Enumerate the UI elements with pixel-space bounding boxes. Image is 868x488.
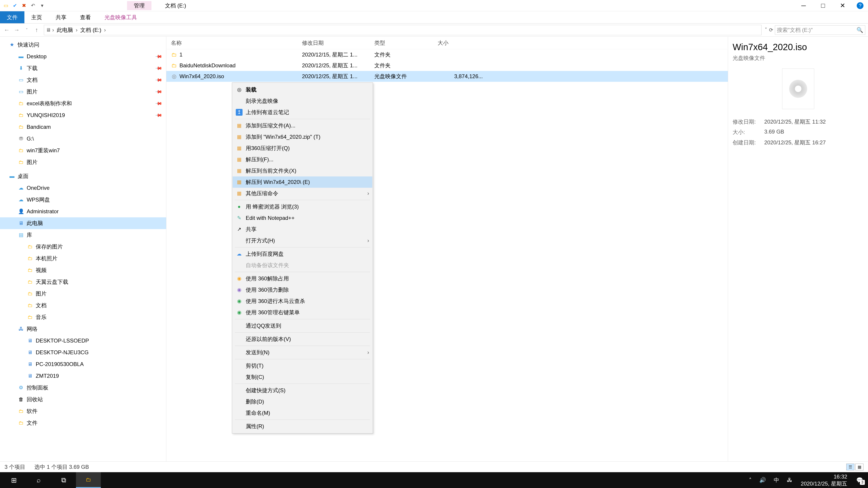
sidebar-libraries[interactable]: ▤库 [0, 229, 166, 241]
qat-check-icon[interactable]: ✔ [11, 2, 19, 9]
sidebar-files[interactable]: 🗀文件 [0, 417, 166, 429]
menu-extract-folder[interactable]: ▦解压到 Win7x64_2020\ (E) [232, 176, 372, 188]
menu-open-360[interactable]: ▦用360压缩打开(Q) [232, 142, 372, 154]
menu-rename[interactable]: 重命名(M) [232, 408, 372, 419]
sidebar-saved-pictures[interactable]: 🗀保存的图片 [0, 241, 166, 253]
view-icons-button[interactable]: ▦ [855, 464, 864, 470]
nav-recent-dropdown[interactable]: ˅ [23, 26, 31, 34]
maximize-button[interactable]: □ [818, 2, 828, 9]
nav-forward-button[interactable]: → [13, 26, 21, 34]
file-row[interactable]: 🗀BaiduNetdiskDownload 2020/12/25, 星期五 1.… [166, 60, 728, 71]
start-button[interactable]: ⊞ [1, 472, 26, 488]
menu-extract-here[interactable]: ▦解压到当前文件夹(X) [232, 165, 372, 176]
sidebar-control-panel[interactable]: ⚙控制面板 [0, 382, 166, 394]
sidebar-onedrive[interactable]: ☁OneDrive [0, 182, 166, 194]
sidebar-desktop[interactable]: ▬Desktop📌 [0, 51, 166, 62]
menu-360-unlock[interactable]: ◉使用 360解除占用 [232, 273, 372, 284]
sidebar-pics3[interactable]: 🗀图片 [0, 288, 166, 300]
breadcrumb[interactable]: 🖥 › 此电脑 › 文档 (E:) › [44, 25, 762, 35]
tab-home[interactable]: 主页 [24, 11, 49, 23]
menu-burn[interactable]: 刻录光盘映像 [232, 95, 372, 107]
search-input[interactable]: 搜索"文档 (E:)" 🔍 [775, 25, 865, 35]
minimize-button[interactable]: ─ [798, 2, 809, 9]
sidebar-network[interactable]: 🖧网络 [0, 323, 166, 335]
menu-create-shortcut[interactable]: 创建快捷方式(S) [232, 385, 372, 396]
sidebar-quick-access[interactable]: ★快速访问 [0, 39, 166, 51]
view-details-button[interactable]: ☰ [846, 464, 855, 470]
sidebar-recycle-bin[interactable]: 🗑回收站 [0, 394, 166, 405]
menu-extract-to[interactable]: ▦解压到(F)... [232, 154, 372, 165]
menu-honey-browser[interactable]: ●用 蜂蜜浏览器 浏览(3) [232, 201, 372, 213]
sidebar-bandicam[interactable]: 🗀Bandicam [0, 121, 166, 133]
crumb-drive[interactable]: 文档 (E:) [79, 26, 103, 34]
sidebar-net-computer3[interactable]: 🖥PC-20190530OBLA [0, 358, 166, 370]
menu-youdao[interactable]: ↥上传到有道云笔记 [232, 107, 372, 118]
menu-360-force-delete[interactable]: ◉使用 360强力删除 [232, 284, 372, 295]
sidebar-downloads[interactable]: ⬇下载📌 [0, 62, 166, 74]
sidebar-win7reinstall[interactable]: 🗀win7重装win7 [0, 144, 166, 156]
sidebar-pictures[interactable]: ▭图片📌 [0, 86, 166, 98]
menu-360-manage[interactable]: ◉使用 360管理右键菜单 [232, 307, 372, 318]
task-view-button[interactable]: ⧉ [51, 472, 76, 488]
action-center-button[interactable]: 💬3 [854, 475, 865, 486]
tab-view[interactable]: 查看 [73, 11, 98, 23]
menu-send-to[interactable]: 发送到(N)› [232, 347, 372, 358]
menu-qq-send[interactable]: 通过QQ发送到 [232, 320, 372, 331]
sidebar-gdrive[interactable]: ⛃G:\ [0, 133, 166, 144]
col-type[interactable]: 类型 [374, 39, 438, 46]
tab-disc-image-tools[interactable]: 光盘映像工具 [98, 11, 144, 23]
menu-add-archive[interactable]: ▦添加到压缩文件(A)... [232, 120, 372, 131]
sidebar-this-pc[interactable]: 🖥此电脑 [0, 217, 166, 229]
menu-delete[interactable]: 删除(D) [232, 396, 372, 408]
taskbar-clock[interactable]: 16:32 2020/12/25, 星期五 [798, 473, 850, 487]
sidebar-excel-folder[interactable]: 🗀excel表格制作求和📌 [0, 98, 166, 109]
col-name[interactable]: 名称 [171, 39, 302, 46]
menu-restore-versions[interactable]: 还原以前的版本(V) [232, 333, 372, 345]
menu-360-trojan-scan[interactable]: ◉使用 360进行木马云查杀 [232, 295, 372, 307]
sidebar-tianyi[interactable]: 🗀天翼云盘下载 [0, 276, 166, 288]
sidebar-software[interactable]: 🗀软件 [0, 405, 166, 417]
sidebar-wps[interactable]: ☁WPS网盘 [0, 194, 166, 205]
sidebar-desktop-group[interactable]: ▬桌面 [0, 170, 166, 182]
nav-up-button[interactable]: ↑ [33, 26, 41, 34]
menu-copy[interactable]: 复制(C) [232, 371, 372, 383]
volume-icon[interactable]: 🔊 [757, 477, 768, 483]
nav-back-button[interactable]: ← [3, 26, 11, 34]
file-row-selected[interactable]: ◎Win7x64_2020.iso 2020/12/25, 星期五 1... 光… [166, 71, 728, 82]
tray-expand-icon[interactable]: ˄ [747, 477, 753, 483]
menu-add-zip[interactable]: ▦添加到 "Win7x64_2020.zip" (T) [232, 131, 372, 142]
menu-properties[interactable]: 属性(R) [232, 421, 372, 432]
close-button[interactable]: ✕ [837, 2, 848, 9]
menu-cut[interactable]: 剪切(T) [232, 360, 372, 371]
address-dropdown-icon[interactable]: ˅ [765, 27, 767, 33]
sidebar-yunqishi[interactable]: 🗀YUNQISHI2019📌 [0, 109, 166, 121]
menu-mount[interactable]: ◎装载 [232, 84, 372, 95]
refresh-icon[interactable]: ⟳ [769, 27, 773, 33]
menu-notepadpp[interactable]: ✎Edit with Notepad++ [232, 213, 372, 224]
tab-file[interactable]: 文件 [0, 11, 24, 23]
menu-open-with[interactable]: 打开方式(H)› [232, 235, 372, 246]
network-icon[interactable]: 🖧 [785, 477, 794, 483]
sidebar-net-computer4[interactable]: 🖥ZMT2019 [0, 370, 166, 382]
qat-dropdown-icon[interactable]: ▾ [38, 2, 46, 9]
sidebar-docs2[interactable]: 🗀文档 [0, 300, 166, 311]
help-button[interactable]: ? [857, 2, 864, 9]
sidebar-documents[interactable]: ▭文档📌 [0, 74, 166, 86]
ime-indicator[interactable]: 中 [772, 477, 781, 484]
search-button[interactable]: ⌕ [26, 472, 51, 488]
sidebar-pictures2[interactable]: 🗀图片 [0, 156, 166, 168]
explorer-taskbar-button[interactable]: 🗀 [76, 472, 101, 488]
crumb-this-pc[interactable]: 此电脑 [55, 26, 74, 34]
sidebar-net-computer1[interactable]: 🖥DESKTOP-LSSOEDP [0, 335, 166, 347]
sidebar-music[interactable]: 🗀音乐 [0, 311, 166, 323]
col-size[interactable]: 大小 [438, 39, 487, 46]
sidebar-net-computer2[interactable]: 🖥DESKTOP-NJEU3CG [0, 347, 166, 358]
tab-share[interactable]: 共享 [49, 11, 73, 23]
menu-baidu-pan[interactable]: ☁上传到百度网盘 [232, 248, 372, 260]
sidebar-videos[interactable]: 🗀视频 [0, 264, 166, 276]
sidebar-local-photos[interactable]: 🗀本机照片 [0, 253, 166, 264]
menu-share[interactable]: ↗共享 [232, 224, 372, 235]
qat-close-icon[interactable]: ✖ [20, 2, 28, 9]
menu-other-compress[interactable]: ▦其他压缩命令› [232, 188, 372, 199]
col-date[interactable]: 修改日期 [302, 39, 374, 46]
